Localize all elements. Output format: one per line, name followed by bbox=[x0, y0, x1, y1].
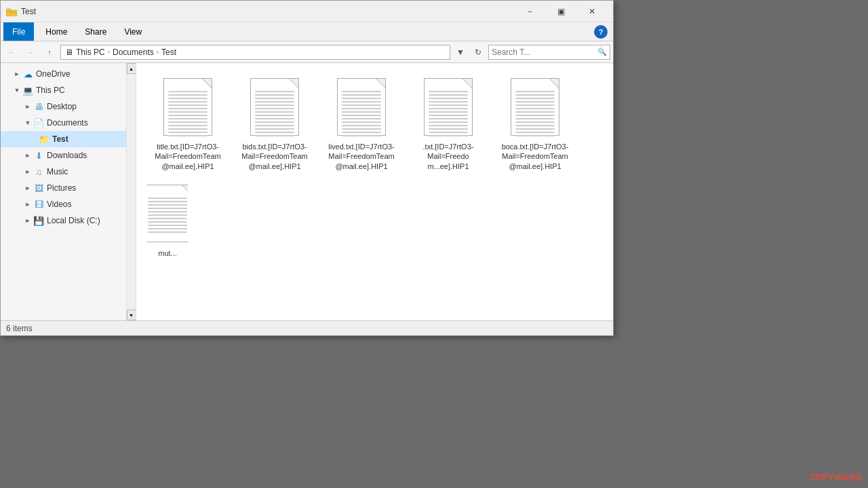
watermark-brand: SPYWAR bbox=[815, 472, 856, 483]
file-name-5: mut... bbox=[158, 248, 177, 258]
watermark-suffix: E bbox=[856, 472, 863, 483]
dropdown-button[interactable]: ▼ bbox=[453, 45, 468, 60]
path-documents: Documents bbox=[113, 48, 154, 57]
expand-icon-dl: ► bbox=[22, 150, 33, 161]
search-bar[interactable]: 🔍 bbox=[488, 45, 610, 60]
file-item-4[interactable]: boca.txt.[ID=J7rtO3-Mail=FreedomTeam@mai… bbox=[494, 74, 576, 175]
sidebar-item-music[interactable]: ► ♫ Music bbox=[1, 164, 127, 180]
forward-button[interactable]: → bbox=[22, 44, 39, 60]
path-thispc: This PC bbox=[76, 48, 105, 57]
file-icon-0 bbox=[161, 78, 215, 139]
music-icon: ♫ bbox=[33, 166, 44, 177]
sidebar-item-downloads[interactable]: ► ⬇ Downloads bbox=[1, 147, 127, 164]
file-name-1: bids.txt.[ID=J7rtO3-Mail=FreedomTeam@mai… bbox=[238, 142, 311, 171]
file-item-3[interactable]: .txt.[ID=J7rtO3-Mail=Freedo m...ee].HIP1 bbox=[408, 74, 489, 175]
refresh-button[interactable]: ↻ bbox=[471, 45, 486, 60]
sidebar-label-desktop: Desktop bbox=[47, 102, 77, 111]
scroll-down-button[interactable]: ▼ bbox=[127, 309, 136, 320]
search-input[interactable] bbox=[492, 48, 595, 57]
sidebar-label-pictures: Pictures bbox=[47, 183, 76, 193]
file-area: title.txt.[ID=J7rtO3-Mail=FreedomTeam@ma… bbox=[136, 63, 613, 320]
file-explorer-window: Test − ▣ ✕ File Home Share View ? ← → ↑ … bbox=[0, 0, 614, 336]
expand-icon-thispc: ▼ bbox=[12, 85, 22, 96]
expand-icon-videos: ► bbox=[22, 199, 33, 210]
thispc-icon: 💻 bbox=[22, 85, 33, 96]
help-button[interactable]: ? bbox=[594, 25, 608, 39]
back-button[interactable]: ← bbox=[3, 44, 20, 60]
sidebar-label-videos: Videos bbox=[47, 200, 71, 209]
scrollbar: ▲ ▼ bbox=[126, 63, 136, 320]
file-item-1[interactable]: bids.txt.[ID=J7rtO3-Mail=FreedomTeam@mai… bbox=[234, 74, 315, 175]
sidebar: ► ☁ OneDrive ▼ 💻 This PC ► 🖶 Desktop bbox=[1, 63, 136, 320]
search-icon: 🔍 bbox=[597, 48, 607, 56]
file-icon-1 bbox=[248, 78, 302, 139]
test-icon: 📁 bbox=[39, 134, 50, 145]
watermark-prefix: 2 bbox=[810, 472, 815, 483]
file-icon-2 bbox=[334, 78, 389, 139]
expand-icon-music: ► bbox=[22, 166, 33, 177]
desktop-icon: 🖶 bbox=[33, 101, 44, 112]
file-item-2[interactable]: lived.txt.[ID=J7rtO3-Mail=FreedomTeam@ma… bbox=[321, 74, 402, 175]
sidebar-label-downloads: Downloads bbox=[47, 151, 87, 160]
sidebar-item-test[interactable]: 📁 Test bbox=[1, 131, 127, 147]
status-text: 6 items bbox=[6, 324, 33, 333]
svg-rect-0 bbox=[6, 9, 11, 12]
file-name-4: boca.txt.[ID=J7rtO3-Mail=FreedomTeam@mai… bbox=[498, 142, 572, 171]
onedrive-icon: ☁ bbox=[22, 69, 33, 79]
expand-icon-pics: ► bbox=[22, 183, 33, 193]
sidebar-item-desktop[interactable]: ► 🖶 Desktop bbox=[1, 98, 127, 115]
sidebar-item-pictures[interactable]: ► 🖼 Pictures bbox=[1, 180, 127, 196]
sidebar-item-onedrive[interactable]: ► ☁ OneDrive bbox=[1, 66, 127, 82]
sidebar-label-onedrive: OneDrive bbox=[36, 69, 71, 79]
ribbon: File Home Share View ? bbox=[1, 22, 613, 41]
address-path[interactable]: 🖥 This PC › Documents › Test bbox=[60, 45, 450, 60]
sidebar-label-test: Test bbox=[52, 134, 68, 144]
file-icon-3 bbox=[421, 78, 475, 139]
expand-icon: ► bbox=[12, 69, 22, 79]
downloads-icon: ⬇ bbox=[33, 150, 44, 161]
expand-icon-desktop: ► bbox=[22, 101, 33, 112]
tab-file[interactable]: File bbox=[3, 22, 34, 41]
sidebar-item-videos[interactable]: ► 🎞 Videos bbox=[1, 196, 127, 212]
ribbon-tab-bar: File Home Share View ? bbox=[1, 22, 613, 41]
scroll-up-button[interactable]: ▲ bbox=[127, 63, 136, 74]
sidebar-label-music: Music bbox=[47, 167, 68, 176]
window-title: Test bbox=[21, 7, 514, 16]
file-name-2: lived.txt.[ID=J7rtO3-Mail=FreedomTeam@ma… bbox=[325, 142, 398, 171]
tab-view[interactable]: View bbox=[115, 22, 151, 41]
sidebar-item-documents[interactable]: ▼ 📄 Documents bbox=[1, 115, 127, 131]
svg-rect-2 bbox=[11, 10, 17, 12]
tab-share[interactable]: Share bbox=[76, 22, 115, 41]
sidebar-label-localdisk: Local Disk (C:) bbox=[47, 216, 100, 225]
close-button[interactable]: ✕ bbox=[576, 1, 608, 22]
file-name-3: .txt.[ID=J7rtO3-Mail=Freedo m...ee].HIP1 bbox=[412, 142, 485, 171]
file-item-5[interactable]: mut... bbox=[147, 181, 188, 262]
path-test: Test bbox=[161, 48, 176, 57]
up-button[interactable]: ↑ bbox=[41, 44, 58, 60]
sidebar-label-thispc: This PC bbox=[36, 86, 65, 95]
sidebar-item-localdisk[interactable]: ► 💾 Local Disk (C:) bbox=[1, 212, 127, 229]
file-item-0[interactable]: title.txt.[ID=J7rtO3-Mail=FreedomTeam@ma… bbox=[147, 74, 229, 175]
maximize-button[interactable]: ▣ bbox=[545, 1, 576, 22]
documents-icon: 📄 bbox=[33, 117, 44, 128]
expand-icon-disk: ► bbox=[22, 215, 33, 226]
file-icon-5 bbox=[147, 185, 188, 246]
tab-home[interactable]: Home bbox=[37, 22, 76, 41]
chevron-icon-1: › bbox=[108, 48, 110, 56]
status-bar: 6 items bbox=[1, 320, 613, 335]
file-grid: title.txt.[ID=J7rtO3-Mail=FreedomTeam@ma… bbox=[142, 69, 608, 267]
chevron-icon-2: › bbox=[157, 48, 159, 56]
title-bar: Test − ▣ ✕ bbox=[1, 1, 613, 22]
file-name-0: title.txt.[ID=J7rtO3-Mail=FreedomTeam@ma… bbox=[151, 142, 224, 171]
videos-icon: 🎞 bbox=[33, 199, 44, 210]
path-icon: 🖥 bbox=[65, 48, 73, 57]
sidebar-item-thispc[interactable]: ▼ 💻 This PC bbox=[1, 82, 127, 98]
window-controls: − ▣ ✕ bbox=[514, 1, 608, 22]
svg-rect-1 bbox=[6, 12, 17, 16]
expand-icon-docs: ▼ bbox=[22, 117, 33, 128]
watermark: 2SPYWARE bbox=[810, 472, 863, 483]
address-bar: ← → ↑ 🖥 This PC › Documents › Test ▼ ↻ 🔍 bbox=[1, 41, 613, 63]
pictures-icon: 🖼 bbox=[33, 183, 44, 193]
minimize-button[interactable]: − bbox=[514, 1, 545, 22]
main-area: ► ☁ OneDrive ▼ 💻 This PC ► 🖶 Desktop bbox=[1, 63, 613, 320]
